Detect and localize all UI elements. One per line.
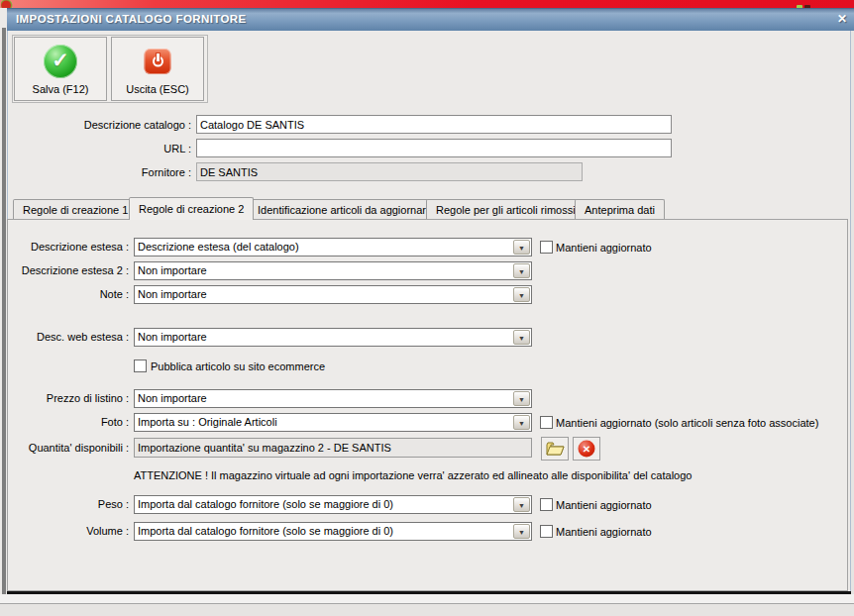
foto-label: Foto : [8, 413, 129, 432]
url-label: URL : [8, 140, 191, 157]
pubblica-ecommerce-checkbox[interactable] [134, 359, 147, 372]
prezzo-listino-dropdown[interactable]: Non importare ▼ [134, 389, 532, 408]
note-value: Non importare [138, 286, 207, 303]
chevron-down-icon[interactable]: ▼ [513, 415, 530, 430]
chevron-down-icon[interactable]: ▼ [513, 287, 530, 302]
dialog-bottom-frame [0, 594, 854, 603]
desc-web-estesa-value: Non importare [138, 329, 207, 346]
screen: IMPOSTAZIONI CATALOGO FORNITORE ✕ ✓ Salv… [0, 0, 854, 616]
foto-value: Importa su : Originale Articoli [138, 414, 277, 431]
peso-value: Importa dal catalogo fornitore (solo se … [138, 496, 393, 513]
tab-identificazione-articoli[interactable]: Identificazione articoli da aggiornare [248, 199, 442, 219]
peso-keep-updated-label: Mantieni aggiornato [556, 498, 652, 512]
cancel-icon: ✕ [579, 441, 595, 458]
chevron-down-icon[interactable]: ▼ [513, 497, 530, 512]
volume-label: Volume : [8, 522, 129, 541]
select-warehouse-button[interactable] [541, 437, 569, 461]
clear-warehouse-button[interactable]: ✕ [573, 437, 600, 461]
prezzo-listino-value: Non importare [138, 390, 207, 407]
descrizione-estesa-label: Descrizione estesa : [8, 238, 129, 257]
chevron-down-icon[interactable]: ▼ [513, 391, 530, 406]
volume-dropdown[interactable]: Importa dal catalogo fornitore (solo se … [134, 522, 532, 541]
quantita-disponibili-label: Quantita' disponibili : [8, 439, 129, 458]
supplier-field [196, 162, 583, 181]
catalog-description-label: Descrizione catalogo : [8, 116, 191, 134]
save-button[interactable]: ✓ Salva (F12) [14, 37, 107, 101]
exit-power-icon [145, 49, 171, 74]
background-left-divider [2, 28, 6, 594]
tab-anteprima-dati[interactable]: Anteprima dati [575, 199, 665, 219]
tab-articoli-rimossi[interactable]: Regole per gli articoli rimossi [426, 199, 586, 219]
peso-dropdown[interactable]: Importa dal catalogo fornitore (solo se … [134, 495, 532, 514]
quantita-disponibili-field: Importazione quantita' su magazzino 2 - … [134, 438, 532, 458]
dialog-titlebar[interactable]: IMPOSTAZIONI CATALOGO FORNITORE ✕ [7, 8, 854, 31]
note-dropdown[interactable]: Non importare ▼ [134, 285, 532, 304]
foto-keep-updated-label: Mantieni aggiornato (solo articoli senza… [556, 416, 818, 430]
peso-label: Peso : [8, 495, 129, 514]
descrizione-estesa-2-value: Non importare [138, 262, 207, 279]
descrizione-estesa-2-dropdown[interactable]: Non importare ▼ [134, 261, 532, 280]
note-label: Note : [8, 285, 129, 304]
chevron-down-icon[interactable]: ▼ [513, 330, 530, 345]
descrizione-estesa-value: Descrizione estesa (del catalogo) [138, 239, 299, 256]
tab-regole-creazione-2[interactable]: Regole di creazione 2 [129, 197, 254, 220]
chevron-down-icon[interactable]: ▼ [513, 524, 530, 539]
exit-button[interactable]: Uscita (ESC) [111, 37, 204, 101]
dialog-title: IMPOSTAZIONI CATALOGO FORNITORE [16, 13, 247, 25]
desktop-divider [0, 603, 854, 604]
chevron-down-icon[interactable]: ▼ [513, 240, 530, 255]
descrizione-estesa-keep-updated-checkbox[interactable] [540, 241, 553, 254]
chevron-down-icon[interactable]: ▼ [513, 263, 530, 278]
descrizione-estesa-2-label: Descrizione estesa 2 : [8, 261, 129, 280]
warehouse-warning-text: ATTENZIONE ! Il magazzino virtuale ad og… [134, 468, 692, 482]
url-input[interactable] [196, 139, 672, 157]
volume-value: Importa dal catalogo fornitore (solo se … [138, 523, 393, 540]
save-check-icon: ✓ [44, 45, 77, 78]
descrizione-estesa-dropdown[interactable]: Descrizione estesa (del catalogo) ▼ [134, 238, 532, 257]
catalog-description-input[interactable] [196, 115, 672, 134]
tab-regole-creazione-1[interactable]: Regole di creazione 1 [13, 199, 138, 219]
save-button-label: Salva (F12) [15, 83, 106, 95]
foto-dropdown[interactable]: Importa su : Originale Articoli ▼ [134, 413, 532, 432]
volume-keep-updated-label: Mantieni aggiornato [556, 525, 652, 539]
volume-keep-updated-checkbox[interactable] [540, 525, 553, 538]
peso-keep-updated-checkbox[interactable] [540, 498, 553, 511]
folder-icon [546, 441, 565, 457]
descrizione-estesa-keep-updated-label: Mantieni aggiornato [556, 241, 652, 255]
supplier-label: Fornitore : [8, 163, 191, 181]
prezzo-listino-label: Prezzo di listino : [8, 389, 129, 408]
desc-web-estesa-dropdown[interactable]: Non importare ▼ [134, 328, 532, 347]
foto-keep-updated-checkbox[interactable] [540, 416, 553, 429]
pubblica-ecommerce-label: Pubblica articolo su sito ecommerce [151, 359, 325, 373]
background-toolbar-icons [797, 1, 826, 7]
close-icon[interactable]: ✕ [837, 12, 847, 26]
exit-button-label: Uscita (ESC) [112, 83, 203, 95]
background-window-strip [0, 0, 854, 8]
desc-web-estesa-label: Desc. web estesa : [8, 328, 129, 347]
